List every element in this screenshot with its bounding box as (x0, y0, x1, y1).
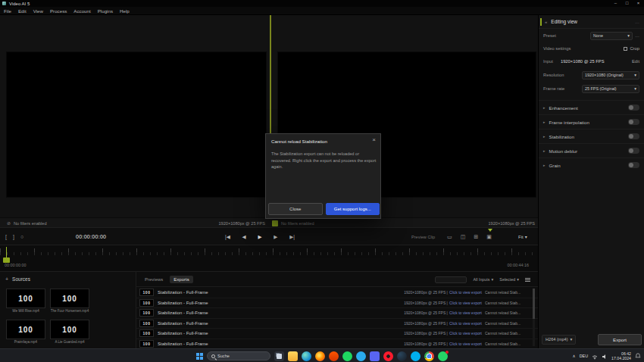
crop-button[interactable]: Crop (624, 46, 639, 51)
whatsapp-icon[interactable] (438, 351, 448, 361)
side-by-side-view-icon[interactable]: ⊞ (474, 234, 478, 240)
spotify-icon[interactable] (342, 351, 352, 361)
export-row[interactable]: 100 Stabilization - Full-Frame 1920×1080… (136, 319, 538, 329)
menu-plugins[interactable]: Plugins (98, 8, 113, 14)
language-indicator[interactable]: DEU (580, 354, 588, 358)
export-status: Cannot reload Stab... (485, 301, 527, 305)
section-grain[interactable]: ▸ Grain (539, 158, 644, 172)
steam-icon[interactable] (397, 351, 407, 361)
menu-help[interactable]: Help (120, 8, 130, 14)
source-item[interactable]: 100 Praimfaya.mp4 (6, 320, 45, 344)
volume-icon[interactable] (602, 349, 608, 362)
resolution-dropdown[interactable]: 1920×1080 (Original) ▾ (582, 71, 639, 80)
brave-browser-icon[interactable] (329, 351, 339, 361)
source-thumbnail[interactable]: 100 (50, 320, 89, 339)
section-stabilization[interactable]: ▸ Stabilization (539, 129, 644, 143)
source-item[interactable]: 100 The Four Horsemen.mp4 (50, 289, 89, 313)
taskbar-search[interactable] (207, 351, 270, 360)
export-row[interactable]: 100 Stabilization - Full-Frame 1920×1080… (136, 329, 538, 339)
start-button-icon[interactable] (196, 353, 203, 360)
section-frame-interpolation[interactable]: ▸ Frame interpolation (539, 114, 644, 129)
play-icon[interactable]: ▶ (258, 234, 261, 240)
previous-frame-icon[interactable]: ◀ (242, 234, 246, 240)
view-export-link[interactable]: Click to view export (449, 342, 482, 346)
menu-account[interactable]: Account (73, 8, 90, 14)
source-thumbnail[interactable]: 100 (6, 289, 45, 308)
selected-dropdown[interactable]: Selected ▾ (499, 277, 519, 282)
menu-file[interactable]: File (4, 8, 11, 14)
get-support-logs-button[interactable]: Get support logs... (326, 203, 380, 215)
file-explorer-icon[interactable] (288, 351, 298, 361)
exports-search-input[interactable] (435, 276, 467, 283)
tab-exports[interactable]: Exports (170, 276, 192, 283)
export-row[interactable]: 100 Stabilization - Full-Frame 1920×1080… (136, 308, 538, 319)
all-inputs-dropdown[interactable]: All Inputs ▾ (473, 277, 493, 282)
section-motion-deblur[interactable]: ▸ Motion deblur (539, 143, 644, 158)
chrome-icon[interactable] (424, 351, 434, 361)
menu-view[interactable]: View (33, 8, 43, 14)
add-source-icon[interactable]: + (5, 276, 8, 282)
enhancement-toggle[interactable] (628, 105, 639, 111)
view-export-link[interactable]: Click to view export (449, 301, 482, 305)
minimize-icon[interactable]: – (610, 0, 621, 7)
motion-deblur-toggle[interactable] (628, 148, 639, 154)
grain-toggle[interactable] (628, 162, 639, 168)
opera-icon[interactable] (383, 351, 393, 361)
edge-browser-icon[interactable] (302, 351, 311, 361)
export-row[interactable]: 100 Stabilization - Full-Frame 1920×1080… (136, 288, 538, 298)
discord-icon[interactable] (370, 351, 380, 361)
source-thumbnail[interactable]: 100 (50, 289, 89, 308)
export-row[interactable]: 100 Stabilization - Full-Frame 1920×1080… (136, 298, 538, 309)
menu-process[interactable]: Process (50, 8, 67, 14)
collapse-panel-icon[interactable]: « (545, 20, 547, 24)
source-item[interactable]: 100 A Lie Guarded.mp4 (50, 320, 89, 344)
hidden-icons-chevron[interactable]: ∧ (573, 354, 576, 358)
edit-input-button[interactable]: Edit (632, 59, 639, 64)
marker-icon[interactable]: ○ (20, 234, 23, 239)
dialog-close-button[interactable]: Close (268, 203, 323, 215)
task-view-icon[interactable] (274, 351, 284, 361)
exports-scrollbar[interactable] (533, 289, 535, 346)
next-frame-icon[interactable]: ▶ (274, 234, 277, 240)
wifi-icon[interactable] (592, 349, 598, 362)
dialog-close-icon[interactable]: × (372, 136, 376, 143)
tab-previews[interactable]: Previews (141, 276, 167, 283)
source-thumbnail[interactable]: 100 (6, 320, 45, 339)
timeline-clip-block[interactable] (3, 257, 10, 263)
stabilization-toggle[interactable] (628, 133, 639, 139)
clock[interactable]: 06:42 17.04.2024 (611, 351, 631, 360)
export-button[interactable]: Export (598, 334, 642, 345)
section-enhancement[interactable]: ▸ Enhancement (539, 100, 644, 114)
set-in-point-icon[interactable]: [ (5, 234, 7, 239)
view-export-link[interactable]: Click to view export (449, 321, 482, 326)
source-item[interactable]: 100 We Will Rise.mp4 (6, 289, 45, 313)
frame-interpolation-toggle[interactable] (628, 119, 639, 125)
list-menu-icon[interactable] (525, 278, 530, 282)
view-export-link[interactable]: Click to view export (449, 331, 482, 335)
set-out-point-icon[interactable]: ] (13, 234, 14, 239)
panel-menu-icon[interactable]: … (635, 20, 639, 24)
notifications-icon[interactable] (635, 353, 641, 359)
menu-edit[interactable]: Edit (18, 8, 27, 14)
telegram-icon[interactable] (356, 351, 366, 361)
skip-to-start-icon[interactable]: |◀ (225, 234, 230, 240)
timeline[interactable]: 00:00:00:00 00:00:44:16 (0, 245, 538, 271)
maximize-icon[interactable]: □ (621, 0, 633, 7)
preset-more-icon[interactable]: … (635, 33, 639, 38)
export-row[interactable]: 100 Stabilization - Full-Frame 1920×1080… (136, 339, 538, 350)
view-export-link[interactable]: Click to view export (449, 311, 482, 315)
skip-to-end-icon[interactable]: ▶| (289, 234, 295, 240)
output-format-dropdown[interactable]: H264 (mp4) ▾ (542, 335, 576, 345)
preset-dropdown[interactable]: None ▾ (590, 32, 633, 40)
scrollbar-thumb[interactable] (533, 289, 535, 319)
view-export-link[interactable]: Click to view export (449, 290, 482, 295)
taskbar-search-input[interactable] (217, 354, 266, 358)
single-view-icon[interactable]: ▭ (447, 234, 452, 240)
skype-icon[interactable] (411, 351, 420, 361)
firefox-icon[interactable] (315, 351, 325, 361)
fullscreen-view-icon[interactable]: ▣ (486, 234, 492, 240)
framerate-dropdown[interactable]: 25 FPS (Original) ▾ (582, 85, 639, 93)
split-view-icon[interactable]: ◫ (461, 234, 466, 240)
zoom-level-dropdown[interactable]: Fit ▾ (518, 228, 527, 245)
close-icon[interactable]: × (633, 0, 644, 7)
